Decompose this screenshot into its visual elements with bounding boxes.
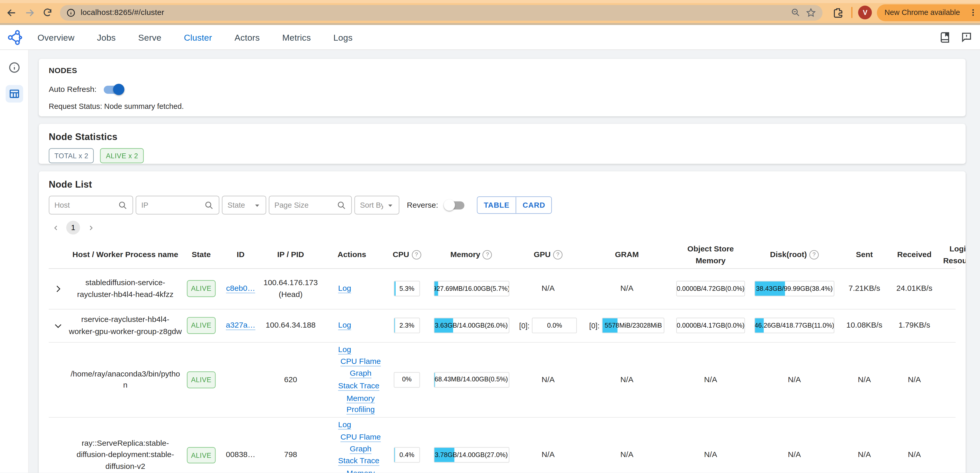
table-view-icon[interactable] [5,85,23,102]
expander-cell [49,319,68,332]
nodes-title: NODES [49,66,956,75]
extensions-icon[interactable] [833,7,844,18]
usage-bar: 0.0000B/4.17GB(0.0%) [676,318,745,333]
expand-row-icon[interactable] [53,283,63,294]
info-icon[interactable] [5,59,23,76]
feedback-icon[interactable] [961,31,972,43]
object-store-cell: N/A [671,373,751,387]
header-right-icons [939,31,972,43]
table-view-button[interactable]: TABLE [477,197,515,213]
usage-bar: 5578MiB/23028MiB [602,318,665,333]
zoom-out-icon[interactable] [791,8,801,18]
table-row: stablediffusion-service-raycluster-hb4l4… [49,269,956,309]
ip-pid-cell: 798 [262,448,320,462]
action-link-stack-trace[interactable]: Stack Trace [338,455,379,467]
url-text: localhost:8265/#/cluster [81,8,164,17]
sort-by-select[interactable]: Sort By [355,196,399,215]
column-header: Host / Worker Process name [67,248,183,262]
auto-refresh-toggle[interactable] [104,86,123,94]
tab-actors[interactable]: Actors [235,32,260,42]
update-chrome-label: New Chrome available [885,8,960,17]
usage-bar: 5.3% [394,281,420,296]
docs-book-icon[interactable] [939,31,951,43]
next-page-icon[interactable] [84,221,97,234]
browser-nav-buttons [6,7,52,18]
action-link-memory-profiling[interactable]: Memory Profiling [338,392,383,416]
column-header: CPU? [384,248,429,262]
site-info-icon[interactable] [66,8,76,17]
reverse-toggle[interactable] [446,201,465,209]
action-link-cpu-flame-graph[interactable]: CPU Flame Graph [338,431,383,455]
help-icon: ? [553,250,562,260]
state-select[interactable]: State [222,196,266,215]
card-view-button[interactable]: CARD [516,197,552,213]
received-cell: 1.79KB/s [891,319,938,333]
action-link-log[interactable]: Log [338,320,352,331]
toolbar-divider [851,7,853,18]
table-row: rservice-raycluster-hb4l4-worker-gpu-wor… [49,309,956,342]
sent-cell: N/A [838,448,891,462]
memory-cell: 3.63GB/14.00GB(26.0%) [429,316,513,334]
action-link-log[interactable]: Log [338,344,352,355]
page-number[interactable]: 1 [66,221,80,234]
tab-cluster[interactable]: Cluster [184,32,212,42]
node-id-cell [220,379,262,381]
gpu-cell: N/A [513,282,583,296]
usage-bar: 927.69MB/16.00GB(5.7%) [433,281,509,296]
collapse-row-icon[interactable] [53,320,63,330]
tab-serve[interactable]: Serve [138,32,161,42]
usage-bar: 0.0000B/4.72GB(0.0%) [676,281,745,296]
action-link-log[interactable]: Log [338,419,352,431]
ip-filter-placeholder: IP [141,201,200,209]
update-chrome-button[interactable]: New Chrome available [877,4,980,21]
node-id-link[interactable]: a327a… [226,320,255,331]
logical-resources-cell [938,324,966,327]
node-table: Host / Worker Process nameStateIDIP / PI… [49,242,956,473]
tab-jobs[interactable]: Jobs [97,32,116,42]
logical-resources-cell [938,379,966,381]
action-link-cpu-flame-graph[interactable]: CPU Flame Graph [338,356,383,379]
reverse-label: Reverse: [407,201,438,209]
filter-row: Host IP State Page Size Sort By [49,196,956,215]
profile-avatar[interactable]: V [858,6,872,19]
usage-bar: 0% [394,372,420,387]
ip-filter-input[interactable]: IP [135,196,220,215]
node-id-link[interactable]: c8eb0… [226,283,255,295]
page-size-input[interactable]: Page Size [269,196,352,215]
action-link-stack-trace[interactable]: Stack Trace [338,380,379,392]
prev-page-icon[interactable] [49,221,62,234]
browser-menu-icon[interactable] [969,8,977,18]
main-content: NODES Auto Refresh: Request Status: Node… [29,50,980,473]
object-store-cell: 0.0000B/4.72GB(0.0%) [671,279,751,298]
tab-logs[interactable]: Logs [333,32,353,42]
tab-overview[interactable]: Overview [38,32,75,42]
stat-chip-alive[interactable]: ALIVE x 2 [100,148,144,163]
usage-bar: 68.43MB/14.00GB(0.5%) [433,372,509,387]
address-bar[interactable]: localhost:8265/#/cluster [60,5,822,20]
tab-metrics[interactable]: Metrics [282,32,311,42]
action-link-log[interactable]: Log [338,283,352,295]
object-store-cell: 0.0000B/4.17GB(0.0%) [671,316,751,334]
chevron-down-icon [254,202,261,209]
column-header: Sent [838,248,891,262]
ip-pid-cell: 620 [262,373,320,387]
back-icon[interactable] [6,7,17,18]
gpu-cell: [0]:0.0% [513,316,583,334]
host-filter-input[interactable]: Host [49,196,133,215]
stat-chip-total[interactable]: TOTAL x 2 [49,148,94,163]
host-name-cell: stablediffusion-service-raycluster-hb4l4… [67,276,183,302]
disk-cell: 46.26GB/418.77GB(11.0%) [751,316,838,334]
ray-logo-icon[interactable] [6,29,22,45]
forward-icon[interactable] [24,7,35,18]
state-badge: ALIVE [187,371,216,388]
state-badge: ALIVE [187,447,216,463]
column-header: IP / PID [262,248,320,262]
actions-cell: LogCPU Flame GraphStack TraceMemory Prof… [320,342,385,417]
bookmark-star-icon[interactable] [806,7,816,18]
memory-cell: 3.78GB/14.00GB(27.0%) [429,446,513,464]
node-list-title: Node List [49,179,956,190]
help-icon: ? [412,250,421,260]
reload-icon[interactable] [43,8,52,18]
column-header: ID [220,248,262,262]
action-link-memory-profiling[interactable]: Memory Profiling [338,468,383,473]
